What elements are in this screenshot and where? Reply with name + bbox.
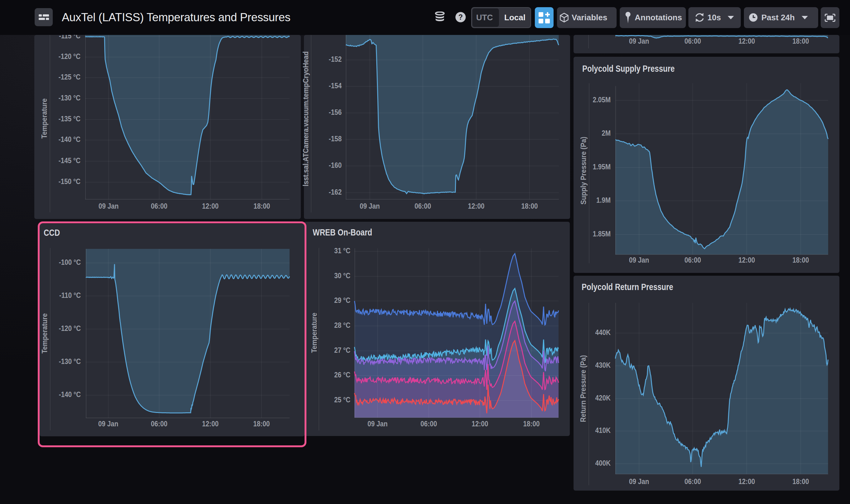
svg-text:?: ? — [458, 13, 463, 21]
